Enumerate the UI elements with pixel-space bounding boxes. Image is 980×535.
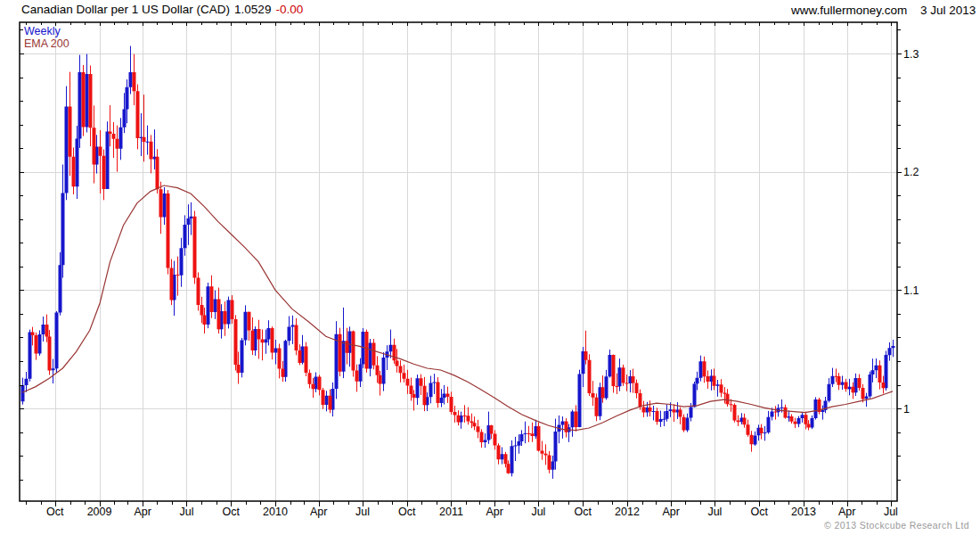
- x-axis-label: 2011: [439, 506, 463, 518]
- x-axis-label: Jul: [884, 506, 898, 518]
- legend-weekly: Weekly: [24, 25, 69, 37]
- copyright-notice: © 2013 Stockcube Research Ltd: [824, 520, 969, 531]
- down-candle-wicks: [33, 54, 884, 474]
- y-axis-label: 1.2: [903, 166, 919, 178]
- x-axis-label: Jul: [179, 506, 193, 518]
- grid-layer: [20, 22, 897, 501]
- x-axis-label: Jul: [531, 506, 545, 518]
- x-axis-label: Apr: [310, 506, 327, 518]
- y-axis-label: 1.3: [903, 48, 919, 61]
- x-axis-label: Oct: [398, 506, 416, 518]
- x-axis-label: Jul: [707, 506, 722, 518]
- x-axis-label: 2009: [87, 506, 112, 518]
- x-axis-label: Oct: [574, 506, 592, 518]
- x-axis-label: 2012: [615, 506, 640, 518]
- legend-ema-200: EMA 200: [24, 37, 69, 50]
- plot-border: [20, 22, 897, 501]
- price-chart: 1.31.21.11Oct2009AprJulOct2010AprJulOct2…: [0, 0, 980, 535]
- axis-labels: 1.31.21.11Oct2009AprJulOct2010AprJulOct2…: [46, 48, 919, 519]
- x-axis-label: 2013: [791, 506, 816, 518]
- y-axis-label: 1.1: [903, 284, 919, 297]
- weekly-candles-layer: [21, 46, 895, 479]
- x-axis-label: Oct: [46, 506, 64, 518]
- x-axis-label: Oct: [223, 506, 241, 518]
- x-axis-label: Apr: [135, 506, 151, 518]
- x-axis-label: Jul: [355, 506, 370, 518]
- ema-line: [22, 185, 893, 431]
- y-axis-label: 1: [903, 403, 910, 416]
- chart-legend: Weekly EMA 200: [24, 25, 69, 50]
- x-axis-label: Apr: [662, 506, 679, 518]
- chart-page: { "header": { "title": "Canadian Dollar …: [0, 0, 980, 535]
- axis-ticks: [20, 22, 902, 506]
- x-axis-label: Apr: [486, 506, 502, 518]
- x-axis-label: Oct: [750, 506, 768, 518]
- x-axis-label: Apr: [838, 506, 855, 518]
- x-axis-label: 2010: [263, 506, 288, 518]
